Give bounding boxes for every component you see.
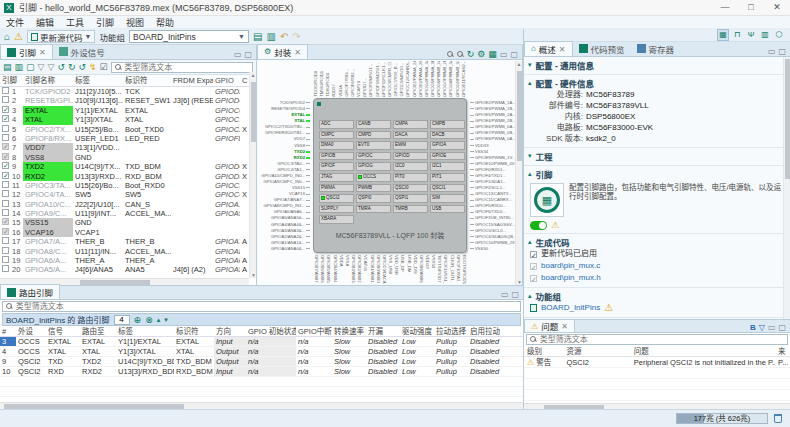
table-row[interactable]: 20 GPIOA5/A... J4[6]/ANA5 ANA5 J4[6] (A2… <box>0 265 256 274</box>
col-name[interactable]: 引脚名称 <box>23 75 73 86</box>
section-codegen[interactable]: ▴生成代码 <box>528 236 786 248</box>
tab-pins[interactable]: 引脚 ✕ <box>0 44 53 59</box>
menu-item[interactable]: 编辑 <box>36 16 54 29</box>
pin-checkbox[interactable] <box>2 218 9 225</box>
add-pin-icon[interactable]: ⊕ <box>134 315 142 325</box>
maximize-pane-icon[interactable]: ▢ <box>778 323 786 332</box>
redo-icon[interactable]: ↷ <box>292 30 300 44</box>
pins-filter-input[interactable] <box>124 63 249 72</box>
routed-direction[interactable]: Input <box>214 337 246 346</box>
peripheral-block[interactable]: EVT0 <box>356 141 391 150</box>
collapse-icon[interactable]: ▴ <box>157 316 161 324</box>
field-value[interactable]: ksdk2_0 <box>586 133 616 144</box>
rotate-icon[interactable]: ↻ <box>467 49 475 59</box>
peripheral-block[interactable]: PIT0 <box>393 173 428 182</box>
routed-gpio-init[interactable]: n/a <box>246 347 296 356</box>
tab-problems[interactable]: ⚠ 问题 ✕ <box>524 319 575 332</box>
clocks-tool-icon[interactable]: ⊓ <box>732 30 742 40</box>
pin-label[interactable]: VSS50 <box>469 246 516 252</box>
pin-checkbox[interactable] <box>2 256 9 263</box>
col-label[interactable]: 标签 <box>73 75 123 86</box>
section-pins[interactable]: ▴引脚 <box>528 168 786 180</box>
routed-pull-select[interactable]: Pullup <box>434 347 468 356</box>
select-checkbox-icon[interactable]: ☑ <box>100 62 108 72</box>
peripheral-block[interactable]: PWMA <box>319 184 354 193</box>
update-code-checkbox[interactable] <box>530 251 537 258</box>
peripheral-block[interactable]: CMPD <box>356 131 391 140</box>
peripheral-block[interactable]: EWM <box>393 141 428 150</box>
field-value[interactable]: DSP56800EX <box>586 111 635 122</box>
peripherals-tool-icon[interactable]: Ψ <box>746 30 756 40</box>
table-row[interactable]: 7 VDD7 J13[1]/VDD... <box>0 143 256 152</box>
table-row[interactable]: 13 GPIOA10/C... J22[2]/U10[... CAN_S GPI… <box>0 200 256 209</box>
table-row[interactable]: 3 EXTAL Y1[1]/EXTAL EXTAL GPIOC0 <box>0 106 256 115</box>
routed-drive-strength[interactable]: Low <box>400 367 434 376</box>
col-open-drain[interactable]: 开漏 <box>366 326 400 336</box>
peripheral-block[interactable]: QSCI0 <box>393 184 428 193</box>
peripheral-block[interactable]: QSCI2 <box>319 194 354 203</box>
maximize-button[interactable]: □ <box>738 0 764 15</box>
routed-pull-enable[interactable]: Disabled <box>468 367 508 376</box>
power-pins-icon[interactable]: ↯ <box>89 62 97 72</box>
routed-gpio-interrupt[interactable]: n/a <box>296 347 332 356</box>
peripheral-block[interactable]: DACA <box>393 131 428 140</box>
package-canvas[interactable]: TDO/GPIOD0TMS/GPIOD1TDI/GPIOD3VDD97VDDAG… <box>257 60 516 285</box>
undo-icon[interactable]: ↶ <box>280 30 288 44</box>
export-image-icon[interactable]: ▦ <box>488 49 497 59</box>
routed-horizontal-scrollbar[interactable] <box>0 402 523 409</box>
file-checkbox[interactable] <box>530 263 537 270</box>
package-vertical-scrollbar[interactable]: ▲▼ <box>515 61 522 285</box>
pin-label[interactable]: GPIOE2/PWMA_2A... <box>412 61 418 97</box>
pin-label[interactable]: GPIOA0/ANA0&... <box>257 246 311 252</box>
tee-tool-icon[interactable]: ⬡ <box>774 30 784 40</box>
routed-drive-strength[interactable]: Low <box>400 337 434 346</box>
pin-label[interactable]: GPIOE3/PWMA_2B... <box>418 61 424 97</box>
table-row[interactable]: 14 GPIOA9/C... U11[9]/INT... ACCEL_MA...… <box>0 209 256 218</box>
table-row[interactable]: 9 TXD2 U14C[9]/TX... TXD_BDM GPIOD6 X <box>0 162 256 171</box>
peripheral-block[interactable]: GPIOA <box>430 141 465 150</box>
routed-drive-strength[interactable]: Low <box>400 347 434 356</box>
routed-slew-rate[interactable]: Slow <box>332 357 366 366</box>
pin-label[interactable]: VDDA <box>338 85 344 97</box>
trash-icon[interactable] <box>774 414 782 423</box>
tab-code-preview[interactable]: 代码预览 <box>573 41 631 56</box>
pin-label[interactable]: GPIOF7/TB3... <box>344 69 350 97</box>
pin-checkbox[interactable] <box>2 153 9 160</box>
routed-pull-select[interactable]: Pullup <box>434 367 468 376</box>
close-button[interactable]: ✕ <box>764 0 790 15</box>
peripheral-block[interactable]: QSPI0 <box>356 194 391 203</box>
peripheral-block[interactable]: GPIOF <box>319 162 354 171</box>
peripheral-block[interactable]: GPIOG <box>356 162 391 171</box>
pin-checkbox[interactable] <box>2 106 9 113</box>
col-origin[interactable]: 来 <box>775 346 790 356</box>
warning-icon[interactable]: ⚠ <box>551 220 559 230</box>
table-row[interactable]: 12 GPIOC4/TA... SW5 SW5 GPIOC4 X <box>0 190 256 199</box>
peripheral-block[interactable]: TMRB <box>393 205 428 214</box>
tab-registers[interactable]: 寄存器 <box>631 41 681 56</box>
pin-label[interactable]: GPIOF9/MISO1... <box>368 64 374 97</box>
routed-open-drain[interactable]: Disabled <box>366 367 400 376</box>
tab-package[interactable]: ⚙ 封装 ✕ <box>257 44 308 59</box>
expand-icon[interactable]: ▾ <box>164 316 168 324</box>
col-direction[interactable]: 方向 <box>214 326 246 336</box>
zoom-in-icon[interactable] <box>447 51 454 58</box>
routed-pull-enable[interactable]: Disabled <box>468 347 508 356</box>
zoom-out-icon[interactable] <box>457 51 464 58</box>
pin-checkbox[interactable] <box>2 265 9 272</box>
settings-gear-icon[interactable]: ⚙ <box>477 49 485 59</box>
minimize-pane-icon[interactable]: ▭ <box>768 47 776 56</box>
menu-item[interactable]: 帮助 <box>156 16 174 29</box>
routed-slew-rate[interactable]: Slow <box>332 367 366 376</box>
tab-peripheral-signals[interactable]: 外设信号 <box>53 44 111 59</box>
menu-item[interactable]: 工具 <box>66 16 84 29</box>
tab-routed-pins[interactable]: 路由引脚 <box>0 284 60 299</box>
pin-checkbox[interactable] <box>2 172 9 179</box>
col-label[interactable]: 标签 <box>116 326 174 336</box>
table-row[interactable]: ⚠ 警告 QSCI2 Peripheral QSCI2 is not initi… <box>524 357 790 368</box>
close-icon[interactable]: ✕ <box>559 45 566 54</box>
table-row[interactable]: 1 TCK/GPIOD2 J11[2]/J10[5... TCK GPIOD2 <box>0 87 256 96</box>
col-gpio-interrupt[interactable]: GPIO中断 <box>296 326 332 336</box>
maximize-pane-icon[interactable]: ▢ <box>244 50 252 59</box>
routed-count-input[interactable] <box>114 315 130 325</box>
chip-package[interactable]: ADC CANB CMPA CMPB <box>313 98 467 253</box>
